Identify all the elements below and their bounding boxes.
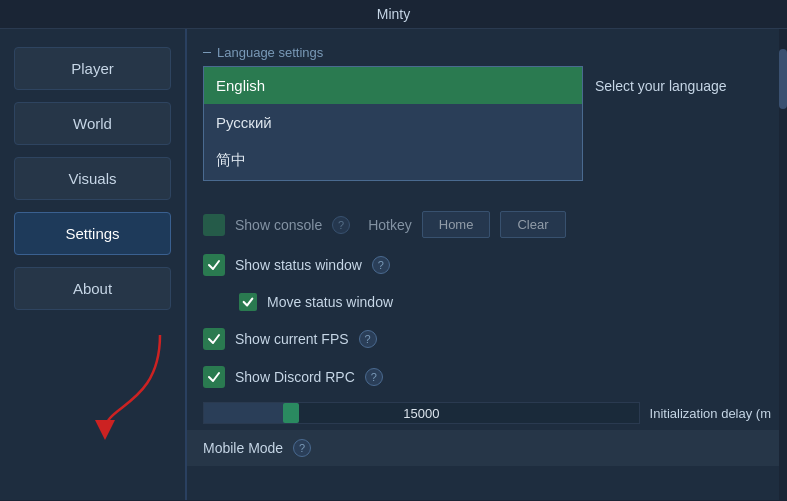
move-status-window-row: Move status window <box>187 284 787 320</box>
scrollbar[interactable] <box>779 29 787 500</box>
show-console-row: Show console ? Hotkey Home Clear <box>187 203 787 246</box>
sidebar-item-about[interactable]: About <box>14 267 171 310</box>
show-discord-rpc-label: Show Discord RPC <box>235 369 355 385</box>
init-delay-slider[interactable]: 15000 <box>203 402 640 424</box>
slider-value: 15000 <box>204 406 639 421</box>
show-console-help[interactable]: ? <box>332 216 350 234</box>
language-option-russian[interactable]: Русский <box>204 104 582 141</box>
language-hint: Select your language <box>595 78 727 94</box>
app-title: Minty <box>377 6 410 22</box>
show-status-window-help[interactable]: ? <box>372 256 390 274</box>
sidebar-item-settings[interactable]: Settings <box>14 212 171 255</box>
move-status-window-checkbox[interactable] <box>239 293 257 311</box>
hotkey-label: Hotkey <box>368 217 412 233</box>
mobile-mode-row: Mobile Mode ? <box>187 430 787 466</box>
show-current-fps-row: Show current FPS ? <box>187 320 787 358</box>
show-console-label: Show console <box>235 217 322 233</box>
show-discord-rpc-help[interactable]: ? <box>365 368 383 386</box>
sidebar: Player World Visuals Settings About <box>0 29 185 500</box>
main-layout: Player World Visuals Settings About La <box>0 29 787 500</box>
show-current-fps-label: Show current FPS <box>235 331 349 347</box>
show-status-window-label: Show status window <box>235 257 362 273</box>
hotkey-clear-button[interactable]: Clear <box>500 211 565 238</box>
mobile-mode-label: Mobile Mode <box>203 440 283 456</box>
show-status-window-row: Show status window ? <box>187 246 787 284</box>
sidebar-item-world[interactable]: World <box>14 102 171 145</box>
slider-hint: Initialization delay (m <box>650 406 771 421</box>
sidebar-item-player[interactable]: Player <box>14 47 171 90</box>
annotation-arrow <box>75 325 175 445</box>
show-current-fps-help[interactable]: ? <box>359 330 377 348</box>
show-current-fps-checkbox[interactable] <box>203 328 225 350</box>
slider-row: 15000 Initialization delay (m <box>187 396 787 430</box>
section-label: Language settings <box>187 45 787 68</box>
language-option-english[interactable]: English <box>204 67 582 104</box>
scrollbar-thumb[interactable] <box>779 49 787 109</box>
mobile-mode-help[interactable]: ? <box>293 439 311 457</box>
move-status-window-label: Move status window <box>267 294 393 310</box>
language-option-chinese[interactable]: 简中 <box>204 141 582 180</box>
show-status-window-checkbox[interactable] <box>203 254 225 276</box>
title-bar: Minty <box>0 0 787 29</box>
content-area: Language settings English ▼ Select your … <box>185 29 787 500</box>
sidebar-item-visuals[interactable]: Visuals <box>14 157 171 200</box>
hotkey-home-button[interactable]: Home <box>422 211 491 238</box>
show-discord-rpc-row: Show Discord RPC ? <box>187 358 787 396</box>
language-dropdown: English Русский 简中 <box>203 66 583 181</box>
show-console-checkbox[interactable] <box>203 214 225 236</box>
settings-area: Show console ? Hotkey Home Clear Show st… <box>187 203 787 466</box>
show-discord-rpc-checkbox[interactable] <box>203 366 225 388</box>
